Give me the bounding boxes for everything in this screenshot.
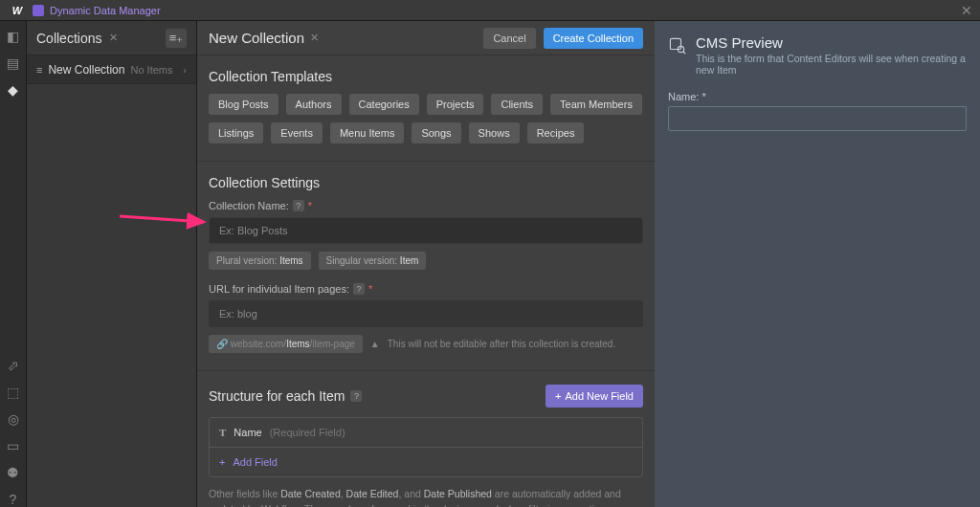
cms-preview-panel: CMS Preview This is the form that Conten… (655, 21, 980, 507)
add-collection-button[interactable]: ≡₊ (166, 29, 187, 48)
close-icon[interactable]: ✕ (961, 3, 972, 18)
plus-icon: + (219, 456, 225, 468)
collection-name-input[interactable] (209, 217, 643, 244)
plus-icon: + (555, 390, 561, 402)
titlebar-label: Dynamic Data Manager (50, 5, 161, 16)
svg-rect-0 (670, 38, 680, 49)
preview-name-label: Name: * (668, 91, 967, 102)
url-preview: 🔗 website.com/Items/item-page (209, 335, 363, 353)
tool-users-icon[interactable]: ⚉ (6, 465, 21, 480)
preview-title: CMS Preview (696, 34, 967, 51)
structure-section: Structure for each Item ? + Add New Fiel… (197, 371, 655, 507)
template-chip[interactable]: Projects (427, 94, 484, 115)
structure-footer-note: Other fields like Date Created, Date Edi… (209, 487, 643, 507)
help-icon[interactable]: ? (350, 390, 362, 402)
preview-subtitle: This is the form that Content Editors wi… (696, 53, 967, 76)
template-chip[interactable]: Menu Items (330, 122, 404, 143)
collection-list-item[interactable]: ≡ New Collection No Items › (27, 55, 196, 84)
structure-heading: Structure for each Item ? (209, 388, 362, 404)
center-panel: New Collection ✕ Cancel Create Collectio… (197, 21, 655, 507)
preview-name-input[interactable] (668, 106, 967, 131)
template-chip[interactable]: Events (271, 122, 323, 143)
left-rail: ◧ ▤ ◆ ⬀ ⬚ ◎ ▭ ⚉ ? (0, 21, 27, 507)
help-icon[interactable]: ? (353, 283, 365, 295)
settings-section: Collection Settings Collection Name: ? *… (197, 162, 655, 371)
cms-icon[interactable]: ◆ (6, 82, 21, 98)
stack-icon: ≡ (36, 64, 42, 76)
template-chip[interactable]: Authors (286, 94, 342, 115)
center-close-icon[interactable]: ✕ (310, 32, 319, 44)
singular-pill: Singular version: Item (319, 252, 427, 270)
template-chip[interactable]: Recipes (527, 122, 585, 143)
url-label: URL for individual Item pages: (209, 283, 349, 295)
chevron-right-icon: › (183, 64, 187, 76)
template-chip[interactable]: Songs (412, 122, 460, 143)
add-field-row[interactable]: + Add Field (210, 448, 642, 476)
templates-section: Collection Templates Blog PostsAuthorsCa… (197, 55, 655, 162)
pages-icon[interactable]: ▤ (6, 55, 21, 71)
add-panel-icon[interactable]: ◧ (6, 29, 21, 44)
template-chip[interactable]: Blog Posts (209, 94, 278, 115)
tool-select-icon[interactable]: ⬚ (6, 385, 21, 400)
tool-cursor-icon[interactable]: ⬀ (6, 358, 21, 373)
preview-search-icon (668, 36, 686, 57)
url-warning-text: This will not be editable after this col… (388, 339, 615, 349)
collection-item-name: New Collection (48, 63, 124, 77)
center-title: New Collection (209, 30, 304, 46)
warning-icon: ▲ (370, 339, 380, 349)
add-new-field-button[interactable]: + Add New Field (546, 385, 643, 408)
required-star-icon: * (368, 283, 372, 295)
webflow-logo-icon: W (8, 1, 27, 20)
template-chip[interactable]: Team Members (550, 94, 642, 115)
help-icon[interactable]: ? (293, 200, 304, 211)
templates-heading: Collection Templates (209, 69, 643, 84)
cancel-button[interactable]: Cancel (483, 28, 535, 49)
settings-heading: Collection Settings (209, 175, 643, 190)
structure-field-row[interactable]: T Name (Required Field) (210, 418, 642, 448)
template-chip[interactable]: Clients (491, 94, 543, 115)
titlebar: W Dynamic Data Manager ✕ (0, 0, 980, 21)
text-type-icon: T (219, 427, 226, 438)
svg-line-2 (683, 52, 685, 54)
field-required-hint: (Required Field) (270, 427, 345, 438)
url-input[interactable] (209, 300, 643, 327)
template-chip[interactable]: Shows (469, 122, 520, 143)
app-icon (33, 5, 44, 16)
field-name: Name (234, 427, 261, 438)
collections-close-icon[interactable]: ✕ (109, 32, 118, 44)
collection-name-label: Collection Name: (209, 200, 289, 211)
collection-item-count: No Items (130, 64, 172, 76)
collections-title: Collections (36, 31, 101, 46)
collections-panel: Collections ✕ ≡₊ ≡ New Collection No Ite… (27, 21, 197, 507)
plural-pill: Plural version: Items (209, 252, 311, 270)
tool-eye-icon[interactable]: ◎ (6, 411, 21, 427)
tool-device-icon[interactable]: ▭ (6, 438, 21, 453)
template-chip[interactable]: Listings (209, 122, 263, 143)
help-icon[interactable]: ? (6, 492, 21, 507)
required-star-icon: * (308, 200, 312, 211)
create-collection-button[interactable]: Create Collection (544, 28, 643, 49)
template-chip[interactable]: Categories (349, 94, 419, 115)
template-chip-list: Blog PostsAuthorsCategoriesProjectsClien… (209, 94, 643, 143)
